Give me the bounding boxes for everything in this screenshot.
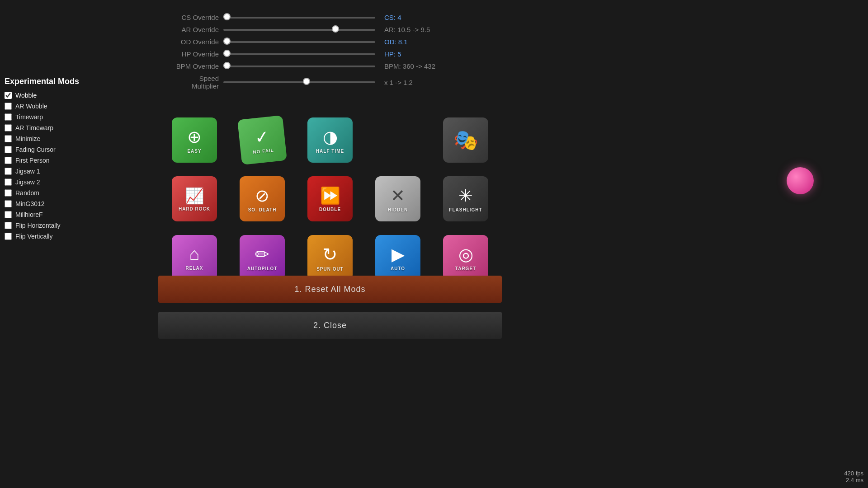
close-button[interactable]: 2. Close <box>158 312 502 339</box>
mod-label-easy: EASY <box>187 149 201 154</box>
checkbox-ming3012[interactable] <box>5 200 12 207</box>
checkbox-item-flip-vertically[interactable]: Flip Vertically <box>5 233 86 240</box>
checkbox-flip-horizontally[interactable] <box>5 222 12 229</box>
fps-counter: 420 fps 2.4 ms <box>844 470 863 483</box>
mod-jigsaw-face[interactable]: 🎭 <box>443 117 488 163</box>
mod-empty <box>375 117 420 163</box>
checkbox-item-ar-timewarp[interactable]: AR Timewarp <box>5 124 86 131</box>
slider-input-5[interactable] <box>223 78 375 85</box>
checkbox-label-flip-horizontally: Flip Horizontally <box>15 222 61 229</box>
mod-icon-halftime: ◑ <box>323 127 338 147</box>
mod-relax[interactable]: ⌂RELAX <box>172 235 217 280</box>
checkbox-wobble[interactable] <box>5 92 12 99</box>
checkbox-label-jigsaw2: Jigsaw 2 <box>15 178 40 186</box>
mod-label-double: DOUBLE <box>319 207 341 212</box>
slider-row-0: CS OverrideCS: 4 <box>172 14 452 21</box>
slider-row-5: Speed Multiplierx 1 -> 1.2 <box>172 75 452 90</box>
mods-grid: ⊕EASY✓NO FAIL◑HALF TIME🎭📈HARD ROCK⊘SO. D… <box>172 117 488 280</box>
slider-value-1: AR: 10.5 -> 9.5 <box>384 26 452 33</box>
slider-input-4[interactable] <box>223 62 375 69</box>
checkbox-jigsaw1[interactable] <box>5 168 12 175</box>
mod-flashlight[interactable]: ✳FLASHLIGHT <box>443 176 488 221</box>
checkbox-fading-cursor[interactable] <box>5 146 12 153</box>
reset-all-mods-button[interactable]: 1. Reset All Mods <box>158 276 502 303</box>
checkbox-item-jigsaw1[interactable]: Jigsaw 1 <box>5 168 86 175</box>
mod-label-halftime: HALF TIME <box>316 149 344 154</box>
checkbox-item-random[interactable]: Random <box>5 189 86 197</box>
checkbox-label-ar-wobble: AR Wobble <box>15 103 47 110</box>
slider-track-3 <box>223 53 375 55</box>
checkbox-item-fading-cursor[interactable]: Fading Cursor <box>5 146 86 153</box>
checkbox-item-ar-wobble[interactable]: AR Wobble <box>5 103 86 110</box>
checkbox-millhioref[interactable] <box>5 211 12 218</box>
mod-label-hardrock: HARD ROCK <box>179 206 210 211</box>
mod-icon-hardrock: 📈 <box>185 187 204 205</box>
checkbox-jigsaw2[interactable] <box>5 178 12 186</box>
mod-label-hidden: HIDDEN <box>388 207 408 212</box>
checkbox-minimize[interactable] <box>5 135 12 142</box>
mod-halftime[interactable]: ◑HALF TIME <box>307 117 353 163</box>
checkbox-item-minimize[interactable]: Minimize <box>5 135 86 142</box>
mod-icon-auto: ▶ <box>392 244 405 264</box>
mod-easy[interactable]: ⊕EASY <box>172 117 217 163</box>
checkbox-item-flip-horizontally[interactable]: Flip Horizontally <box>5 222 86 229</box>
slider-label-3: HP Override <box>172 50 219 58</box>
pink-ball <box>787 167 814 194</box>
slider-row-4: BPM OverrideBPM: 360 -> 432 <box>172 62 452 70</box>
checkbox-item-millhioref[interactable]: MillhioreF <box>5 211 86 218</box>
checkbox-item-wobble[interactable]: Wobble <box>5 92 86 99</box>
mod-auto[interactable]: ▶AUTO <box>375 235 420 280</box>
sliders-list: CS OverrideCS: 4AR OverrideAR: 10.5 -> 9… <box>172 14 452 90</box>
mod-label-target: TARGET <box>455 266 476 271</box>
checkbox-item-first-person[interactable]: First Person <box>5 157 86 164</box>
slider-row-1: AR OverrideAR: 10.5 -> 9.5 <box>172 26 452 33</box>
mod-icon-jigsaw-face: 🎭 <box>453 128 478 152</box>
sidebar-title: Experimental Mods <box>5 77 86 86</box>
checkbox-label-millhioref: MillhioreF <box>15 211 43 218</box>
slider-track-4 <box>223 66 375 67</box>
mod-target[interactable]: ◎TARGET <box>443 235 488 280</box>
slider-input-3[interactable] <box>223 50 375 57</box>
slider-row-2: OD OverrideOD: 8.1 <box>172 38 452 46</box>
sliders-area: CS OverrideCS: 4AR OverrideAR: 10.5 -> 9… <box>172 14 452 94</box>
sidebar: Experimental Mods WobbleAR WobbleTimewar… <box>0 72 90 248</box>
mod-nofail[interactable]: ✓NO FAIL <box>237 115 287 165</box>
checkbox-first-person[interactable] <box>5 157 12 164</box>
slider-value-3: HP: 5 <box>384 50 452 58</box>
checkbox-ar-wobble[interactable] <box>5 103 12 110</box>
checkbox-item-ming3012[interactable]: MinG3012 <box>5 200 86 207</box>
checkbox-item-timewarp[interactable]: Timewarp <box>5 113 86 121</box>
slider-value-4: BPM: 360 -> 432 <box>384 62 452 70</box>
checkbox-flip-vertically[interactable] <box>5 233 12 240</box>
slider-row-3: HP OverrideHP: 5 <box>172 50 452 58</box>
checkbox-label-first-person: First Person <box>15 157 49 164</box>
checkbox-label-flip-vertically: Flip Vertically <box>15 233 52 240</box>
slider-track-1 <box>223 29 375 31</box>
slider-label-2: OD Override <box>172 38 219 46</box>
slider-input-2[interactable] <box>223 38 375 45</box>
checkbox-label-fading-cursor: Fading Cursor <box>15 146 56 153</box>
mod-icon-double: ⏩ <box>320 186 340 205</box>
checkbox-timewarp[interactable] <box>5 113 12 121</box>
checkbox-ar-timewarp[interactable] <box>5 124 12 131</box>
checkbox-item-jigsaw2[interactable]: Jigsaw 2 <box>5 178 86 186</box>
slider-input-1[interactable] <box>223 25 375 33</box>
checkbox-random[interactable] <box>5 189 12 197</box>
mod-icon-hidden: ✕ <box>391 186 405 206</box>
checkbox-list: WobbleAR WobbleTimewarpAR TimewarpMinimi… <box>5 92 86 240</box>
checkbox-label-ar-timewarp: AR Timewarp <box>15 124 53 131</box>
checkbox-label-ming3012: MinG3012 <box>15 200 45 207</box>
mod-icon-autopilot: ✏ <box>255 244 269 264</box>
mod-autopilot[interactable]: ✏AUTOPILOT <box>240 235 285 280</box>
checkbox-label-timewarp: Timewarp <box>15 113 43 121</box>
mod-suddendeath[interactable]: ⊘SO. DEATH <box>240 176 285 221</box>
mod-icon-flashlight: ✳ <box>458 186 473 206</box>
slider-value-2: OD: 8.1 <box>384 38 452 46</box>
mod-hidden[interactable]: ✕HIDDEN <box>375 176 420 221</box>
mod-hardrock[interactable]: 📈HARD ROCK <box>172 176 217 221</box>
mod-spinout[interactable]: ↻SPUN OUT <box>307 235 353 280</box>
mod-label-flashlight: FLASHLIGHT <box>449 207 482 212</box>
mod-double[interactable]: ⏩DOUBLE <box>307 176 353 221</box>
slider-input-0[interactable] <box>223 13 375 20</box>
mod-icon-nofail: ✓ <box>254 126 270 147</box>
